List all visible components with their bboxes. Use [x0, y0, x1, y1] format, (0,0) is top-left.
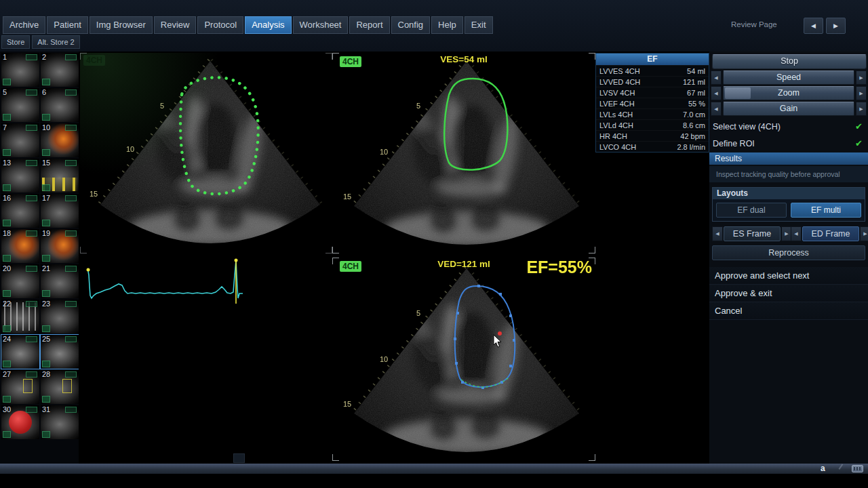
menu-tab-protocol[interactable]: Protocol [197, 16, 243, 34]
menu-tab-help[interactable]: Help [431, 16, 463, 34]
menu-tab-archive[interactable]: Archive [3, 16, 45, 34]
thumb-type-badge [42, 431, 50, 438]
thumbnail-6[interactable]: 6 [41, 88, 79, 122]
thumbnail-18[interactable]: 18 [1, 229, 39, 263]
menu-tab-report[interactable]: Report [349, 16, 389, 34]
thumbnail-24[interactable]: 24 [1, 335, 39, 369]
review-page-next-button[interactable]: ▶ [826, 18, 846, 34]
thumb-type-badge [42, 290, 50, 297]
sample-gate-overlay [62, 379, 72, 393]
slider-speed-bar[interactable]: Speed [723, 70, 854, 85]
menu-tab-worksheet[interactable]: Worksheet [293, 16, 349, 34]
corner-bracket-icon [589, 247, 595, 253]
thumbnail-13[interactable]: 13 [1, 159, 39, 192]
ed-frame-next-button[interactable]: ▶ [860, 226, 868, 241]
corner-bracket-icon [589, 258, 595, 264]
ef-dual-button[interactable]: EF dual [716, 203, 787, 218]
thumbnail-5[interactable]: 5 [1, 88, 39, 122]
store-button-store[interactable]: Store [1, 35, 30, 49]
thumbnail-17[interactable]: 17 [41, 194, 79, 228]
slider-zoom-bar[interactable]: Zoom [723, 86, 854, 100]
clip-thumbnail-sidebar: 125671013151617181920212223242527283031 [0, 52, 79, 464]
thumb-number: 15 [42, 159, 50, 167]
slider-gain-decrease-button[interactable]: ◀ [711, 102, 722, 116]
thumb-clip-badge [26, 160, 37, 166]
thumb-clip-badge [65, 266, 77, 272]
ef-multi-button[interactable]: EF multi [791, 203, 861, 218]
thumb-clip-badge [26, 54, 37, 60]
step-select-view[interactable]: Select view (4CH) ✔ [709, 119, 868, 134]
thumbnail-28[interactable]: 28 [41, 370, 79, 404]
ultrasound-view-ved[interactable]: 5 10 15 4CH VED=121 ml EF=55% [332, 258, 595, 461]
slider-label: Gain [780, 104, 797, 113]
stop-button[interactable]: Stop [712, 54, 867, 69]
thumb-type-badge [3, 325, 11, 332]
thumbnail-23[interactable]: 23 [41, 300, 79, 333]
slider-speed-decrease-button[interactable]: ◀ [711, 70, 722, 85]
es-frame-prev-button[interactable]: ◀ [712, 226, 723, 241]
ed-frame-prev-button[interactable]: ◀ [791, 226, 802, 241]
slider-gain-increase-button[interactable]: ▶ [856, 102, 867, 116]
review-page-label: Review Page [731, 20, 777, 28]
thumbnail-7[interactable]: 7 [1, 123, 39, 157]
action-approve-exit[interactable]: Approve & exit [709, 285, 868, 302]
mouse-cursor [493, 335, 502, 348]
menu-tab-review[interactable]: Review [154, 16, 197, 34]
thumb-type-badge [42, 184, 50, 191]
ultrasound-view-ves[interactable]: 5 10 15 4CH VES=54 ml [332, 53, 595, 253]
slider-gain-bar[interactable]: Gain [723, 102, 854, 116]
ef-row-value: 8.6 cm [683, 121, 705, 129]
thumbnail-20[interactable]: 20 [1, 264, 39, 298]
thumb-number: 1 [3, 53, 7, 61]
slider-zoom: ◀Zoom▶ [711, 86, 867, 100]
thumbnail-31[interactable]: 31 [41, 405, 79, 439]
thumb-type-badge [3, 431, 11, 438]
ef-table-row: LVLd 4CH8.6 cm [596, 119, 709, 130]
thumb-clip-badge [26, 125, 37, 131]
thumbnail-16[interactable]: 16 [1, 194, 39, 228]
action-cancel[interactable]: Cancel [709, 302, 868, 320]
results-section-header: Results [709, 152, 868, 165]
reprocess-button[interactable]: Reprocess [712, 245, 865, 260]
ed-frame-button[interactable]: ED Frame [802, 226, 859, 241]
review-page-prev-button[interactable]: ◀ [804, 18, 823, 34]
thumbnail-30[interactable]: 30 [1, 405, 39, 439]
thumbnail-21[interactable]: 21 [41, 264, 79, 298]
corner-bracket-icon [80, 247, 87, 253]
thumbnail-22[interactable]: 22 [1, 300, 39, 333]
thumb-number: 7 [3, 123, 7, 131]
thumbnail-1[interactable]: 1 [1, 53, 39, 87]
slider-zoom-decrease-button[interactable]: ◀ [711, 86, 722, 100]
thumbnail-25[interactable]: 25 [41, 335, 79, 369]
menu-tab-img-browser[interactable]: Img Browser [90, 16, 153, 34]
menu-tab-strip: ArchivePatientImg BrowserReviewProtocolA… [3, 16, 493, 34]
slider-gain: ◀Gain▶ [711, 102, 867, 116]
action-approve-and-select-next[interactable]: Approve and select next [709, 267, 868, 285]
thumb-type-badge [42, 255, 50, 262]
menu-tab-config[interactable]: Config [391, 16, 431, 34]
keyboard-icon[interactable] [852, 465, 863, 472]
slider-speed-increase-button[interactable]: ▶ [856, 70, 867, 85]
store-button-alt-store-2[interactable]: Alt. Store 2 [32, 35, 79, 49]
thumb-clip-badge [26, 230, 37, 237]
menu-tab-patient[interactable]: Patient [47, 16, 87, 34]
thumbnail-27[interactable]: 27 [1, 370, 39, 404]
right-arrow-icon: ▶ [833, 22, 838, 29]
thumbnail-19[interactable]: 19 [41, 229, 79, 263]
slider-zoom-increase-button[interactable]: ▶ [856, 86, 867, 100]
thumbnail-15[interactable]: 15 [41, 159, 79, 192]
thumbnail-2[interactable]: 2 [41, 53, 79, 87]
menu-tab-analysis[interactable]: Analysis [245, 16, 291, 34]
bottom-status-bar [0, 464, 868, 474]
step-define-roi[interactable]: Define ROI ✔ [709, 136, 868, 151]
ultrasound-view-es-tracking[interactable]: 5 10 15 4CH [80, 53, 332, 253]
ef-table-row: LVLs 4CH7.0 cm [596, 108, 709, 119]
corner-bracket-icon [589, 454, 595, 461]
thumbnail-10[interactable]: 10 [41, 123, 79, 157]
step-label: Define ROI [713, 139, 755, 148]
menu-tab-exit[interactable]: Exit [465, 16, 493, 34]
es-frame-button[interactable]: ES Frame [724, 226, 781, 241]
store-button-row: StoreAlt. Store 2 [1, 35, 80, 49]
corner-bracket-icon [326, 53, 332, 60]
thumbnail-scroll-button[interactable] [233, 453, 245, 463]
